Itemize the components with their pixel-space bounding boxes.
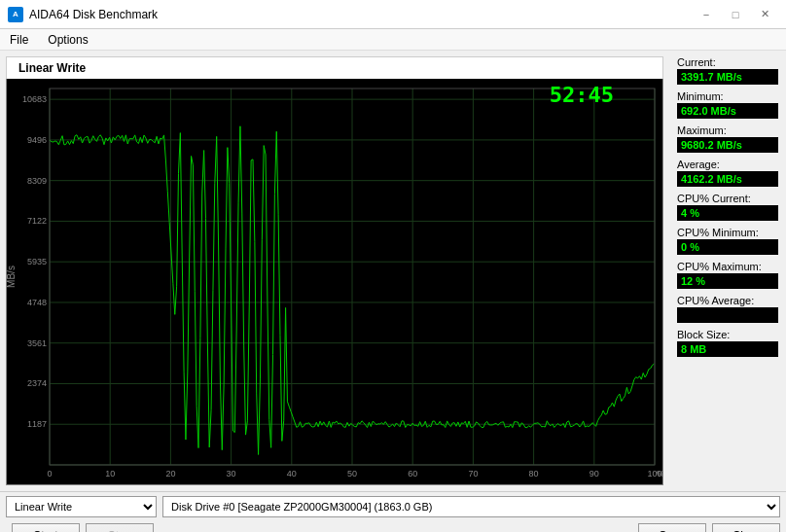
controls-row: Linear Write Linear Read Random Write Ra… [0, 492, 786, 521]
cpu-average-value [677, 307, 778, 323]
cpu-current-label: CPU% Current: [677, 193, 778, 204]
chart-canvas [7, 79, 662, 484]
cpu-maximum-value: 12 % [677, 273, 778, 289]
main-container: Linear Write 52:45 Current: 3391.7 MB/s … [0, 51, 786, 491]
maximum-label: Maximum: [677, 124, 778, 136]
title-bar-left: A AIDA64 Disk Benchmark [8, 7, 158, 22]
right-panel: Current: 3391.7 MB/s Minimum: 692.0 MB/s… [669, 51, 786, 491]
cpu-maximum-label: CPU% Maximum: [677, 261, 778, 272]
maximum-value: 9680.2 MB/s [677, 137, 778, 153]
stat-maximum-group: Maximum: 9680.2 MB/s [677, 124, 778, 153]
current-value: 3391.7 MB/s [677, 69, 778, 85]
tab-linear-write[interactable]: Linear Write [6, 56, 663, 79]
stat-block-size-group: Block Size: 8 MB [677, 329, 778, 357]
stat-minimum-group: Minimum: 692.0 MB/s [677, 90, 778, 119]
save-button[interactable]: Save [638, 523, 706, 532]
clear-button[interactable]: Clear [712, 523, 780, 532]
cpu-minimum-label: CPU% Minimum: [677, 227, 778, 238]
maximize-button[interactable]: □ [722, 5, 749, 24]
average-value: 4162.2 MB/s [677, 171, 778, 187]
start-button[interactable]: Start [12, 523, 80, 532]
average-label: Average: [677, 159, 778, 170]
minimize-button[interactable]: − [693, 5, 720, 24]
stat-cpu-minimum-group: CPU% Minimum: 0 % [677, 227, 778, 255]
stat-cpu-maximum-group: CPU% Maximum: 12 % [677, 261, 778, 289]
stat-cpu-current-group: CPU% Current: 4 % [677, 193, 778, 221]
stat-current-group: Current: 3391.7 MB/s [677, 56, 778, 85]
mode-dropdown[interactable]: Linear Write Linear Read Random Write Ra… [6, 496, 157, 517]
action-row: Start Stop Save Clear [0, 521, 786, 532]
menu-file[interactable]: File [4, 31, 34, 49]
cpu-minimum-value: 0 % [677, 239, 778, 255]
timer-display: 52:45 [550, 83, 614, 107]
minimum-value: 692.0 MB/s [677, 103, 778, 119]
cpu-current-value: 4 % [677, 205, 778, 221]
drive-dropdown[interactable]: Disk Drive #0 [Seagate ZP2000GM30004] (1… [162, 496, 780, 517]
chart-wrapper: 52:45 [6, 78, 663, 485]
current-label: Current: [677, 56, 778, 68]
block-size-value: 8 MB [677, 341, 778, 357]
app-icon: A [8, 7, 23, 22]
chart-area: Linear Write 52:45 [0, 51, 669, 491]
title-bar: A AIDA64 Disk Benchmark − □ ✕ [0, 0, 786, 29]
window-title: AIDA64 Disk Benchmark [29, 8, 158, 21]
stat-cpu-average-group: CPU% Average: [677, 295, 778, 323]
stat-average-group: Average: 4162.2 MB/s [677, 159, 778, 187]
close-button[interactable]: ✕ [751, 5, 778, 24]
minimum-label: Minimum: [677, 90, 778, 102]
stop-button[interactable]: Stop [86, 523, 154, 532]
cpu-average-label: CPU% Average: [677, 295, 778, 306]
title-buttons: − □ ✕ [693, 5, 778, 24]
menu-bar: File Options [0, 29, 786, 51]
menu-options[interactable]: Options [42, 31, 93, 49]
bottom-bar: Linear Write Linear Read Random Write Ra… [0, 491, 786, 532]
block-size-label: Block Size: [677, 329, 778, 340]
